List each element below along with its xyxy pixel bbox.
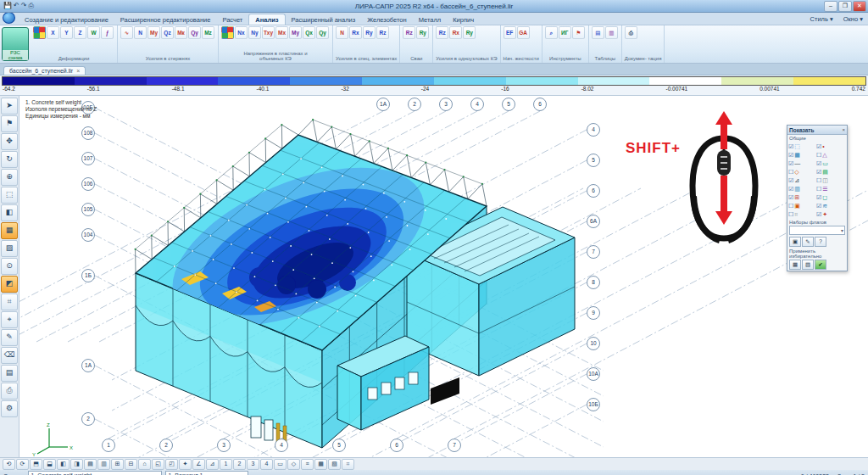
rotate-right-icon[interactable]: ⟳	[16, 459, 29, 470]
zoom-in-icon[interactable]: ⊞	[111, 459, 124, 470]
ribbon-icon-ИГ[interactable]: ИГ	[559, 26, 571, 39]
show-panel-close-icon[interactable]: ×	[842, 127, 845, 132]
maximize-button[interactable]: ❐	[838, 1, 852, 12]
view-right-icon[interactable]: ◨	[70, 459, 83, 470]
zoom-window-icon[interactable]: ⬚	[1, 187, 18, 204]
ribbon-icon-GA[interactable]: GA	[517, 26, 530, 39]
grid-icon[interactable]: ⌗	[342, 459, 354, 470]
model-viewport[interactable]: 10Б1081071061051041Б1А24566А7891010А10Б1…	[0, 96, 868, 457]
ribbon-icon-N[interactable]: N	[336, 26, 348, 39]
save-icon[interactable]: 💾	[3, 1, 12, 11]
view-top-icon[interactable]: ⬒	[30, 459, 42, 470]
shade-icon[interactable]: ◇	[287, 459, 300, 470]
ribbon-icon-Ry[interactable]: Ry	[416, 26, 429, 39]
show-panel-cell-10[interactable]: ☑▥	[788, 184, 816, 193]
zoom-in-icon[interactable]: ⊕	[1, 169, 18, 186]
section-icon[interactable]: ⊿	[206, 459, 219, 470]
show-panel-cell-13[interactable]: ☑◻	[816, 193, 844, 201]
ribbon-icon-Rx[interactable]: Rx	[449, 26, 462, 39]
ribbon-icon-My[interactable]: My	[147, 26, 160, 39]
show-panel-cell-9[interactable]: ☐◫	[816, 176, 844, 184]
home-view-icon[interactable]: ⌂	[138, 459, 151, 470]
ribbon-icon-⎙[interactable]: ⎙	[625, 26, 637, 39]
show-panel-cell-8[interactable]: ☑⊿	[788, 176, 816, 184]
apply-option-button[interactable]: ▧	[802, 260, 814, 270]
ribbon-tab-Железобетон[interactable]: Железобетон	[361, 14, 412, 25]
ribbon-tab-Кирпич[interactable]: Кирпич	[447, 14, 480, 25]
view-back-icon[interactable]: ▥	[97, 459, 110, 470]
measure-icon[interactable]: ⌖	[1, 311, 18, 328]
mosaic-icon[interactable]: ▦	[1, 222, 18, 239]
ribbon-icon-▤[interactable]: ▤	[592, 26, 604, 39]
ribbon-tab-Металл[interactable]: Металл	[413, 14, 448, 25]
mark-elements-icon[interactable]: ◩	[1, 276, 18, 293]
full-model-icon[interactable]: ◰	[165, 459, 178, 470]
ribbon-icon-Rx[interactable]: Rx	[349, 26, 362, 39]
application-button[interactable]	[3, 12, 15, 24]
selection-arrow-icon[interactable]: ➤	[1, 98, 18, 115]
ribbon-icon-Mк[interactable]: Mк	[175, 26, 187, 39]
polyfilter-icon[interactable]: ⌗	[1, 293, 18, 310]
flag-set-button[interactable]: ▣	[789, 237, 801, 247]
view-front-icon[interactable]: ▤	[84, 459, 97, 470]
show-panel-cell-0[interactable]: ☑⬚	[788, 142, 816, 150]
wire-icon[interactable]: ▭	[274, 459, 287, 470]
flag-set-button[interactable]: ?	[815, 237, 826, 247]
loadcase-combo[interactable]: 1. Concrete self-weight ▼	[28, 471, 162, 475]
ribbon-icon-Qz[interactable]: Qz	[161, 26, 174, 39]
show-panel-cell-12[interactable]: ☑⊞	[788, 193, 816, 201]
rotate-left-icon[interactable]: ⟲	[3, 459, 15, 470]
show-panel-cell-16[interactable]: ☐⌗	[788, 210, 816, 218]
ribbon-tab-Расширенный анализ[interactable]: Расширенный анализ	[286, 14, 362, 25]
ribbon-tab-Создание и редактирование[interactable]: Создание и редактирование	[19, 14, 114, 25]
ribbon-icon-Qx[interactable]: Qx	[303, 26, 315, 39]
ribbon-icon-∿[interactable]: ∿	[120, 26, 133, 39]
ribbon-icon-ƒ[interactable]: ƒ	[101, 26, 114, 39]
report-icon[interactable]: ⎙	[1, 383, 18, 400]
ribbon-icon-Qy[interactable]: Qy	[316, 26, 329, 39]
zoom-out-icon[interactable]: ⊟	[125, 459, 137, 470]
proj-2-icon[interactable]: 2	[233, 459, 246, 470]
ribbon-icon-My[interactable]: My	[289, 26, 302, 39]
ribbon-icon-Rz[interactable]: Rz	[436, 26, 448, 39]
ribbon-icon-Txy[interactable]: Txy	[262, 26, 275, 39]
ribbon-icon-Ry[interactable]: Ry	[463, 26, 476, 39]
show-panel-cell-4[interactable]: ☑—	[788, 159, 816, 167]
undo-icon[interactable]: ↶	[14, 1, 19, 11]
show-panel-cell-17[interactable]: ☑✦	[816, 210, 844, 218]
list-icon[interactable]: ≡	[301, 459, 314, 470]
flag-display-icon[interactable]: ⚑	[1, 115, 18, 132]
ribbon-icon-EF[interactable]: EF	[504, 26, 516, 39]
ribbon-icon-⚑[interactable]: ⚑	[572, 26, 585, 39]
document-tab[interactable]: бассейн_6_ступеней.lir ×	[3, 66, 86, 75]
show-panel-cell-7[interactable]: ☑▤	[816, 167, 844, 176]
ribbon-tab-Расширенное редактирование[interactable]: Расширенное редактирование	[114, 14, 217, 25]
hatch-icon[interactable]: ▧	[328, 459, 341, 470]
show-panel-cell-11[interactable]: ☐☰	[816, 184, 844, 193]
view-bottom-icon[interactable]: ⬓	[43, 459, 56, 470]
ribbon-icon-mosaic[interactable]	[33, 26, 46, 39]
mark-nodes-icon[interactable]: ⊙	[1, 258, 18, 275]
ribbon-icon-W[interactable]: W	[87, 26, 100, 39]
show-panel-cell-15[interactable]: ☑≋	[816, 201, 844, 210]
ribbon-icon-N[interactable]: N	[134, 26, 147, 39]
ribbon-icon-Qy[interactable]: Qy	[188, 26, 201, 39]
ribbon-icon-Z[interactable]: Z	[74, 26, 86, 39]
flag-sets-select[interactable]: ▾	[789, 226, 845, 235]
ribbon-icon-Ny[interactable]: Ny	[248, 26, 261, 39]
ribbon-icon-⌕[interactable]: ⌕	[545, 26, 558, 39]
isofields-icon[interactable]: ▨	[1, 240, 18, 257]
ribbon-tab-Расчет[interactable]: Расчет	[216, 14, 248, 25]
apply-option-button[interactable]: ▦	[789, 260, 801, 270]
render-icon[interactable]: ✦	[179, 459, 192, 470]
proj-1-icon[interactable]: 1	[220, 459, 232, 470]
proj-3-icon[interactable]: 3	[247, 459, 259, 470]
show-panel-cell-14[interactable]: ☐▣	[788, 201, 816, 210]
annotate-icon[interactable]: ✎	[1, 329, 18, 346]
pan-icon[interactable]: ✥	[1, 133, 18, 150]
pzs-scheme-button[interactable]: РЗС схема	[2, 27, 29, 61]
ribbon-icon-Ry[interactable]: Ry	[363, 26, 376, 39]
angle-icon[interactable]: ∠	[192, 459, 205, 470]
proj-4-icon[interactable]: 4	[260, 459, 273, 470]
ribbon-icon-Mx[interactable]: Mx	[275, 26, 288, 39]
